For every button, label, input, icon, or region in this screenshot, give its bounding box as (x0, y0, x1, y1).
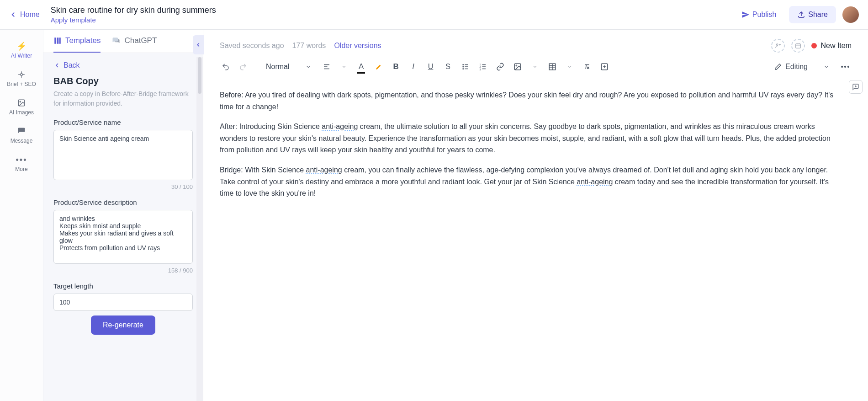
editing-mode-select[interactable]: Editing (774, 63, 830, 71)
chevron-left-icon (9, 11, 17, 19)
home-label: Home (20, 11, 40, 19)
content-bridge: Bridge: With Skin Science anti-ageing cr… (220, 164, 841, 199)
share-button[interactable]: Share (789, 6, 836, 23)
rail-label: Brief + SEO (7, 81, 36, 87)
svg-point-23 (463, 69, 464, 70)
bullet-list-button[interactable] (460, 61, 471, 73)
product-name-label: Product/Service name (53, 118, 193, 126)
svg-point-22 (463, 66, 464, 67)
comment-plus-icon (852, 83, 859, 91)
numbered-list-icon: 123 (479, 63, 487, 71)
content-after: After: Introducing Skin Science anti-age… (220, 121, 841, 156)
svg-rect-10 (59, 37, 61, 44)
add-comment-button[interactable] (849, 80, 863, 94)
left-rail: ⚡ AI Writer Brief + SEO AI Images Messa (0, 30, 43, 401)
collapse-sidebar-button[interactable] (193, 35, 204, 54)
tab-chatgpt[interactable]: ChatGPT (111, 36, 157, 53)
pencil-icon (774, 63, 782, 70)
image-button[interactable] (512, 61, 524, 73)
chevron-down-icon (305, 64, 312, 70)
saved-status: Saved seconds ago (220, 42, 284, 50)
status-dot-icon (811, 43, 817, 48)
add-collaborator-button[interactable] (771, 39, 785, 53)
spellcheck-underline: anti-ageing (577, 178, 613, 186)
rail-ai-writer[interactable]: ⚡ AI Writer (0, 36, 43, 64)
plus-box-icon (600, 63, 609, 71)
svg-rect-9 (57, 37, 59, 44)
table-dropdown[interactable] (564, 61, 576, 73)
editor-toolbar: Normal A B I U S 123 (203, 57, 868, 80)
product-name-count: 30 / 100 (53, 183, 193, 190)
document-title[interactable]: Skin care routine for dry skin during su… (51, 5, 735, 15)
bold-icon: B (393, 62, 398, 71)
rail-label: AI Writer (11, 53, 32, 59)
editor-area: Saved seconds ago 177 words Older versio… (203, 30, 868, 401)
redo-button[interactable] (237, 61, 249, 73)
templates-icon (53, 37, 62, 45)
apply-template-link[interactable]: Apply template (51, 16, 735, 24)
chat-icon (17, 127, 26, 136)
undo-button[interactable] (220, 61, 232, 73)
image-dropdown[interactable] (529, 61, 541, 73)
avatar[interactable] (842, 6, 859, 23)
add-due-date-button[interactable] (791, 39, 805, 53)
table-icon (548, 63, 556, 71)
italic-icon: I (412, 62, 414, 71)
highlighter-icon (375, 63, 383, 71)
publish-label: Publish (752, 11, 776, 19)
numbered-list-button[interactable]: 123 (477, 61, 489, 73)
underline-button[interactable]: U (425, 61, 437, 73)
svg-point-1 (21, 74, 23, 76)
target-length-label: Target length (53, 282, 193, 290)
chat-bubbles-icon (111, 36, 121, 45)
clear-format-button[interactable] (581, 61, 593, 73)
older-versions-link[interactable]: Older versions (334, 42, 381, 50)
toolbar-more-button[interactable]: ••• (840, 61, 852, 73)
home-link[interactable]: Home (9, 11, 40, 19)
image-icon (513, 63, 522, 71)
text-color-button[interactable]: A (355, 61, 367, 73)
paragraph-style-select[interactable]: Normal (262, 61, 315, 73)
bold-button[interactable]: B (390, 61, 402, 73)
regenerate-button[interactable]: Re-generate (91, 315, 155, 335)
align-dropdown[interactable] (338, 61, 350, 73)
send-icon (741, 11, 750, 19)
svg-point-21 (463, 64, 464, 65)
rail-ai-images[interactable]: AI Images (0, 93, 43, 121)
rail-brief-seo[interactable]: Brief + SEO (0, 64, 43, 93)
back-link[interactable]: Back (53, 61, 193, 70)
chevron-down-icon (567, 64, 572, 70)
tab-templates[interactable]: Templates (53, 36, 101, 53)
strikethrough-button[interactable]: S (442, 61, 454, 73)
publish-button[interactable]: Publish (735, 7, 783, 22)
text-color-a-icon: A (359, 62, 364, 71)
chevron-down-icon (532, 64, 538, 70)
bolt-icon: ⚡ (17, 42, 26, 51)
word-count: 177 words (292, 42, 326, 50)
sidebar-scrollbar[interactable] (196, 57, 203, 401)
product-name-input[interactable] (53, 130, 193, 180)
image-icon (17, 98, 26, 107)
product-desc-input[interactable] (53, 210, 193, 264)
chevron-down-icon (341, 64, 347, 70)
more-icon: ••• (17, 155, 26, 164)
highlight-button[interactable] (373, 61, 385, 73)
sidebar-panel: Templates ChatGPT Back BAB Copy Create a… (43, 30, 203, 401)
editor-content[interactable]: Before: Are you tired of dealing with da… (203, 80, 868, 217)
clear-format-icon (583, 63, 591, 71)
spellcheck-underline: anti-ageing (306, 166, 342, 174)
link-button[interactable] (494, 61, 506, 73)
paragraph-style-label: Normal (266, 63, 290, 71)
rail-more[interactable]: ••• More (0, 150, 43, 178)
target-length-input[interactable] (53, 294, 193, 311)
panel-description: Create a copy in Before-After-Bridge fra… (53, 89, 193, 108)
status-label: New Item (820, 42, 852, 50)
rail-message[interactable]: Message (0, 121, 43, 150)
status-dropdown[interactable]: New Item (811, 42, 852, 50)
align-button[interactable] (321, 61, 333, 73)
tab-label: ChatGPT (124, 36, 157, 45)
back-label: Back (64, 61, 80, 70)
table-button[interactable] (546, 61, 558, 73)
italic-button[interactable]: I (408, 61, 419, 73)
insert-button[interactable] (598, 61, 610, 73)
